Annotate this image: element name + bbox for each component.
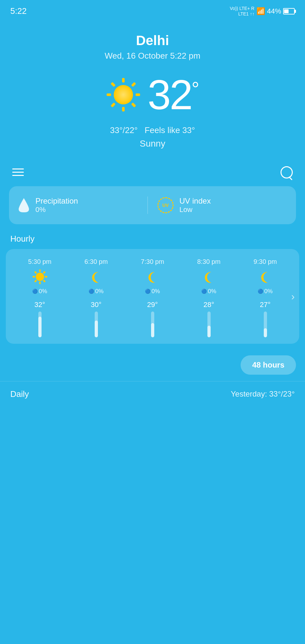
svg-point-17 [36, 273, 44, 281]
temp-bar-4: 27° [237, 301, 293, 337]
svg-rect-9 [39, 269, 41, 272]
weather-sun-icon [106, 77, 141, 112]
temp-row: 32 ° [6, 74, 299, 116]
signal-bars: 📶 [256, 7, 265, 15]
hour-icon-moon-3 [201, 269, 217, 285]
temp-range: 33°/22° Feels like 33° [6, 125, 299, 135]
temp-bar-3: 28° [181, 301, 237, 337]
svg-rect-12 [43, 279, 45, 282]
hour-col-0: 5:30 pm 🔵 0% [12, 258, 68, 295]
svg-rect-0 [122, 78, 125, 82]
battery-percent: 44% [267, 7, 281, 15]
svg-rect-6 [107, 93, 111, 96]
uv-info: UV UV index Low [148, 197, 287, 214]
hour-col-4: 9:30 pm 🔵 0% [237, 258, 293, 295]
search-button[interactable] [281, 166, 293, 178]
battery-icon [283, 8, 295, 14]
uv-icon: UV [157, 197, 174, 213]
uv-label: UV index [179, 197, 211, 206]
svg-rect-15 [33, 276, 35, 277]
svg-rect-13 [39, 282, 41, 284]
temp-bar-2: 29° [124, 301, 181, 337]
hourly-times-row: 5:30 pm 🔵 0% 6:3 [12, 258, 293, 295]
precipitation-value: 0% [35, 206, 78, 214]
hour-icon-moon-1 [88, 269, 104, 285]
weather-main: Delhi Wed, 16 October 5:22 pm [0, 20, 305, 155]
hour-icon-moon-4 [257, 269, 273, 285]
menu-bar [0, 159, 305, 186]
temperature-display: 32 ° [148, 74, 199, 116]
hamburger-menu[interactable] [12, 168, 24, 176]
hour-col-3: 8:30 pm 🔵 0% [181, 258, 237, 295]
svg-rect-1 [131, 82, 136, 87]
hourly-card: 5:30 pm 🔵 0% 6:3 [6, 249, 299, 344]
svg-point-8 [114, 85, 133, 104]
precipitation-icon [18, 197, 30, 213]
svg-rect-11 [45, 276, 47, 277]
bottom-spacer [0, 404, 305, 443]
hour-icon-sun [32, 269, 48, 285]
svg-rect-2 [136, 93, 140, 96]
svg-rect-10 [43, 271, 45, 274]
hour-col-2: 7:30 pm 🔵 0% [124, 258, 181, 295]
precipitation-info: Precipitation 0% [18, 197, 148, 214]
svg-rect-16 [34, 271, 37, 274]
yesterday-temp: Yesterday: 33°/23° [231, 389, 295, 399]
hour-icon-moon-2 [145, 269, 161, 285]
info-card: Precipitation 0% UV UV index Low [9, 186, 296, 224]
weather-condition: Sunny [6, 139, 299, 149]
status-time: 5:22 [10, 6, 27, 16]
daily-label: Daily [10, 389, 29, 399]
hours-btn-row: 48 hours [0, 350, 305, 378]
svg-rect-4 [122, 107, 125, 111]
svg-rect-14 [34, 279, 37, 282]
hourly-section-label: Hourly [0, 234, 305, 249]
hourly-next-arrow[interactable]: › [291, 290, 295, 302]
svg-rect-3 [131, 102, 136, 108]
temp-bars-row: 32° 30° 29° 28° 27° [12, 301, 293, 337]
svg-rect-5 [111, 102, 116, 108]
uv-value: Low [179, 206, 211, 214]
carrier-text: Vo)) LTE+ R LTE1 ↑↑ [230, 6, 254, 17]
temp-bar-0: 32° [12, 301, 68, 337]
precipitation-label: Precipitation [35, 197, 78, 206]
status-right: Vo)) LTE+ R LTE1 ↑↑ 📶 44% [230, 6, 295, 17]
daily-bar: Daily Yesterday: 33°/23° [0, 381, 305, 404]
date-time: Wed, 16 October 5:22 pm [6, 51, 299, 61]
hour-col-1: 6:30 pm 🔵 0% [68, 258, 124, 295]
48-hours-button[interactable]: 48 hours [241, 355, 296, 375]
status-bar: 5:22 Vo)) LTE+ R LTE1 ↑↑ 📶 44% [0, 0, 305, 20]
city-name: Delhi [6, 33, 299, 48]
temp-bar-1: 30° [68, 301, 124, 337]
svg-rect-7 [111, 82, 116, 87]
